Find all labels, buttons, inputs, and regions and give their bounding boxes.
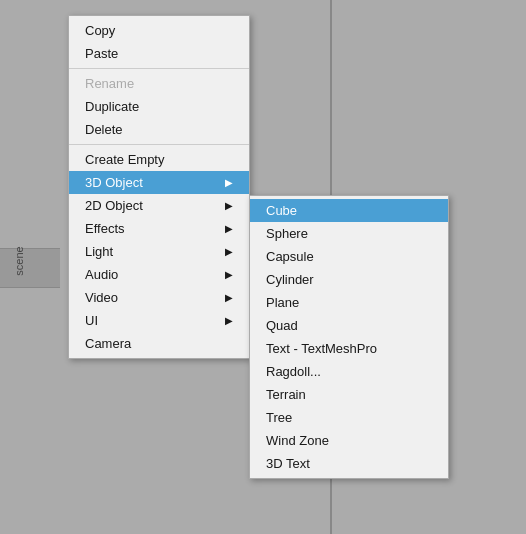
submenu-item-capsule[interactable]: Capsule	[250, 245, 448, 268]
menu-item-ui[interactable]: UI ▶	[69, 309, 249, 332]
submenu-item-sphere[interactable]: Sphere	[250, 222, 448, 245]
submenu-item-3d-text[interactable]: 3D Text	[250, 452, 448, 475]
arrow-icon-2d-object: ▶	[225, 200, 233, 211]
menu-item-audio[interactable]: Audio ▶	[69, 263, 249, 286]
menu-item-2d-object[interactable]: 2D Object ▶	[69, 194, 249, 217]
scene-label: scene	[13, 246, 25, 275]
submenu-item-quad[interactable]: Quad	[250, 314, 448, 337]
submenu-item-text-textmeshpro[interactable]: Text - TextMeshPro	[250, 337, 448, 360]
submenu-item-cylinder[interactable]: Cylinder	[250, 268, 448, 291]
submenu-item-plane[interactable]: Plane	[250, 291, 448, 314]
context-menu-left: Copy Paste Rename Duplicate Delete Creat…	[68, 15, 250, 359]
menu-item-duplicate[interactable]: Duplicate	[69, 95, 249, 118]
menu-item-create-empty[interactable]: Create Empty	[69, 148, 249, 171]
submenu-item-ragdoll[interactable]: Ragdoll...	[250, 360, 448, 383]
menu-item-delete[interactable]: Delete	[69, 118, 249, 141]
menu-item-camera[interactable]: Camera	[69, 332, 249, 355]
separator-1	[69, 68, 249, 69]
horizontal-divider	[0, 248, 60, 288]
arrow-icon-effects: ▶	[225, 223, 233, 234]
submenu-item-wind-zone[interactable]: Wind Zone	[250, 429, 448, 452]
menu-item-copy[interactable]: Copy	[69, 19, 249, 42]
submenu-item-cube[interactable]: Cube	[250, 199, 448, 222]
arrow-icon-audio: ▶	[225, 269, 233, 280]
submenu-item-tree[interactable]: Tree	[250, 406, 448, 429]
menu-item-3d-object[interactable]: 3D Object ▶	[69, 171, 249, 194]
arrow-icon-video: ▶	[225, 292, 233, 303]
arrow-icon-light: ▶	[225, 246, 233, 257]
menu-item-paste[interactable]: Paste	[69, 42, 249, 65]
menu-item-light[interactable]: Light ▶	[69, 240, 249, 263]
menu-item-effects[interactable]: Effects ▶	[69, 217, 249, 240]
arrow-icon-ui: ▶	[225, 315, 233, 326]
menu-item-video[interactable]: Video ▶	[69, 286, 249, 309]
arrow-icon-3d-object: ▶	[225, 177, 233, 188]
context-menu-right: Cube Sphere Capsule Cylinder Plane Quad …	[249, 195, 449, 479]
menu-item-rename: Rename	[69, 72, 249, 95]
separator-2	[69, 144, 249, 145]
submenu-item-terrain[interactable]: Terrain	[250, 383, 448, 406]
